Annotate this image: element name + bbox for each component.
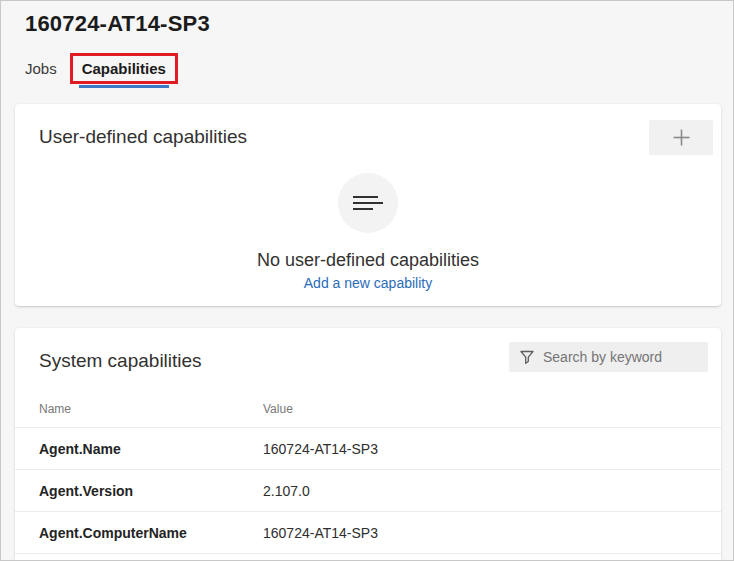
search-input[interactable] <box>543 349 698 365</box>
capability-name: Agent.Version <box>39 483 263 499</box>
capability-value: 2.107.0 <box>263 483 697 499</box>
column-header-name: Name <box>39 402 263 416</box>
plus-icon <box>672 128 691 147</box>
table-row[interactable]: Agent.Version 2.107.0 <box>15 470 721 512</box>
empty-state: No user-defined capabilities Add a new c… <box>15 173 721 291</box>
user-capabilities-title: User-defined capabilities <box>39 126 247 148</box>
table-row[interactable]: Agent.ComputerName 160724-AT14-SP3 <box>15 512 721 554</box>
column-header-value: Value <box>263 402 697 416</box>
tab-capabilities[interactable]: Capabilities <box>70 53 178 84</box>
capabilities-table: Name Value Agent.Name 160724-AT14-SP3 Ag… <box>15 391 721 554</box>
tab-jobs[interactable]: Jobs <box>25 60 57 77</box>
page-title: 160724-AT14-SP3 <box>25 11 210 37</box>
capability-value: 160724-AT14-SP3 <box>263 525 697 541</box>
system-capabilities-card: System capabilities Name Value Agent.Nam… <box>15 328 721 561</box>
tab-bar: Jobs Capabilities <box>25 51 178 85</box>
table-row[interactable]: Agent.Name 160724-AT14-SP3 <box>15 428 721 470</box>
system-capabilities-title: System capabilities <box>39 350 202 372</box>
capability-value: 160724-AT14-SP3 <box>263 441 697 457</box>
capability-name: Agent.ComputerName <box>39 525 263 541</box>
add-new-capability-link[interactable]: Add a new capability <box>304 275 432 291</box>
tab-capabilities-label: Capabilities <box>82 60 166 77</box>
capability-name: Agent.Name <box>39 441 263 457</box>
tab-jobs-label: Jobs <box>25 60 57 77</box>
table-header-row: Name Value <box>15 391 721 428</box>
add-capability-button[interactable] <box>649 120 713 155</box>
active-tab-underline <box>79 85 169 88</box>
user-defined-capabilities-card: User-defined capabilities No user-define… <box>15 104 721 306</box>
empty-list-icon <box>338 173 398 233</box>
empty-state-message: No user-defined capabilities <box>257 250 479 271</box>
filter-funnel-icon <box>519 349 543 365</box>
search-box[interactable] <box>509 342 708 372</box>
